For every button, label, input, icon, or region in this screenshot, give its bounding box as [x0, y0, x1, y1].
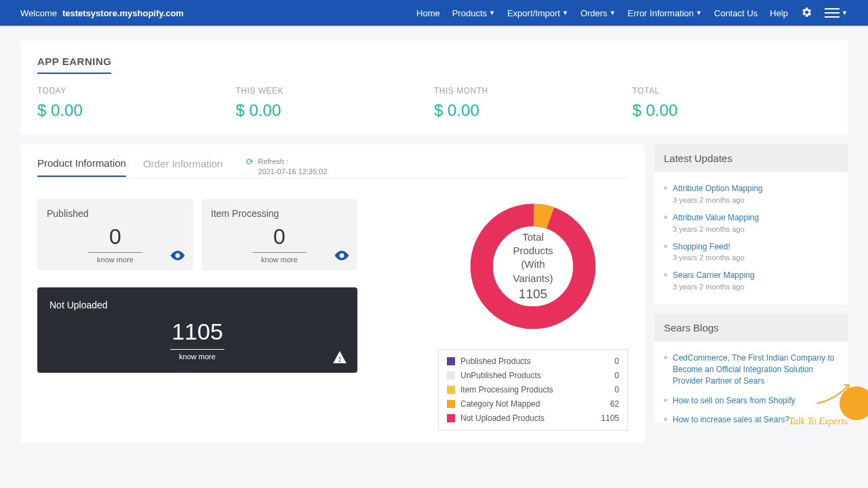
bullet-icon: [664, 216, 667, 219]
nav-orders[interactable]: Orders▼: [580, 8, 616, 18]
legend-value: 62: [610, 399, 619, 409]
bullet-icon: [664, 186, 667, 190]
bullet-icon: [664, 356, 667, 359]
list-item: Sears Carrier Mapping3 years 2 months ag…: [664, 266, 838, 295]
legend-value: 1105: [601, 413, 619, 423]
tab-product-info[interactable]: Product Information: [37, 157, 126, 177]
update-link[interactable]: Attribute Value Mapping: [673, 212, 838, 224]
arrow-icon: [814, 380, 854, 407]
panel-title: APP EARNING: [37, 56, 111, 74]
warning-icon: [333, 351, 347, 363]
legend-value: 0: [614, 371, 619, 380]
eye-icon[interactable]: [334, 249, 349, 264]
list-item: Attribute Option Mapping3 years 2 months…: [664, 179, 838, 208]
legend-label: Published Products: [460, 357, 609, 366]
nav-products[interactable]: Products▼: [452, 8, 495, 18]
chevron-down-icon: ▼: [562, 9, 568, 16]
nav-error-info[interactable]: Error Information▼: [628, 8, 702, 18]
tile-not-uploaded: Not Uploaded 1105 know more: [37, 287, 357, 373]
eye-icon[interactable]: [170, 249, 185, 264]
bullet-icon: [664, 245, 667, 248]
update-meta: 3 years 2 months ago: [673, 225, 838, 233]
legend-swatch: [447, 414, 455, 422]
chart-legend: Published Products0 UnPublished Products…: [438, 349, 628, 430]
panel-title: Sears Blogs: [654, 314, 848, 342]
nav-export-import[interactable]: Export/Import▼: [507, 8, 568, 18]
update-meta: 3 years 2 months ago: [673, 253, 838, 262]
update-link[interactable]: Shopping Feed!: [673, 241, 838, 253]
hamburger-menu-icon[interactable]: ▼: [825, 8, 848, 18]
update-meta: 3 years 2 months ago: [673, 196, 838, 204]
update-meta: 3 years 2 months ago: [673, 283, 838, 291]
legend-label: Category Not Mapped: [460, 399, 605, 409]
gear-icon[interactable]: [800, 6, 812, 20]
legend-label: Item Processing Products: [460, 385, 609, 394]
chevron-down-icon: ▼: [489, 9, 495, 16]
product-info-panel: Product Information Order Information ⟳ …: [20, 144, 645, 443]
bullet-icon: [664, 273, 667, 277]
update-link[interactable]: Attribute Option Mapping: [673, 183, 838, 195]
donut-total: 1105: [513, 285, 553, 302]
latest-updates-panel: Latest Updates Attribute Option Mapping3…: [654, 144, 848, 304]
earning-today: TODAY $ 0.00: [37, 86, 236, 120]
legend-label: UnPublished Products: [460, 371, 609, 380]
earning-total: TOTAL $ 0.00: [633, 86, 831, 120]
welcome-area: Welcome testetsystore.myshopify.com: [20, 8, 184, 18]
list-item: CedCommerce, The First Indian Company to…: [664, 348, 838, 390]
welcome-label: Welcome: [20, 8, 57, 18]
store-name: testetsystore.myshopify.com: [62, 8, 184, 18]
legend-swatch: [447, 357, 455, 365]
know-more-link[interactable]: know more: [252, 252, 307, 264]
chevron-down-icon: ▼: [696, 9, 702, 16]
legend-swatch: [447, 371, 455, 380]
earning-week: THIS WEEK $ 0.00: [236, 86, 435, 120]
know-more-link[interactable]: know more: [88, 252, 142, 264]
top-navbar: Welcome testetsystore.myshopify.com Home…: [0, 0, 868, 27]
refresh-label: Refresh :: [258, 157, 327, 167]
tile-published: Published 0 know more: [37, 199, 193, 270]
legend-value: 0: [614, 357, 619, 366]
products-donut-chart: Total Products (With Variants) 1105: [465, 199, 601, 334]
refresh-icon: ⟳: [246, 157, 254, 167]
chevron-down-icon: ▼: [842, 9, 848, 16]
sears-blogs-panel: Sears Blogs CedCommerce, The First India…: [654, 314, 848, 423]
top-nav-links: Home Products▼ Export/Import▼ Orders▼ Er…: [416, 6, 848, 20]
know-more-link[interactable]: know more: [170, 349, 224, 361]
earning-month: THIS MONTH $ 0.00: [434, 86, 633, 120]
bullet-icon: [664, 399, 667, 402]
nav-help[interactable]: Help: [770, 8, 788, 18]
donut-label: Variants): [513, 271, 553, 285]
nav-contact-us[interactable]: Contact Us: [714, 8, 757, 18]
chevron-down-icon: ▼: [610, 9, 616, 16]
bullet-icon: [664, 418, 667, 421]
tile-item-processing: Item Processing 0 know more: [201, 199, 357, 270]
talk-to-experts-label: Talk To Experts: [789, 416, 848, 427]
nav-home[interactable]: Home: [416, 8, 440, 18]
donut-label: Total: [513, 230, 553, 243]
donut-label: (With: [513, 258, 553, 271]
legend-swatch: [447, 386, 455, 394]
tab-order-info[interactable]: Order Information: [143, 158, 223, 176]
donut-label: Products: [513, 244, 553, 258]
legend-value: 0: [614, 385, 619, 394]
update-link[interactable]: Sears Carrier Mapping: [673, 270, 838, 281]
list-item: Shopping Feed!3 years 2 months ago: [664, 237, 838, 266]
refresh-area[interactable]: ⟳ Refresh : 2021-07-16 12:35:02: [246, 157, 327, 178]
legend-label: Not Uploaded Products: [460, 413, 595, 423]
refresh-timestamp: 2021-07-16 12:35:02: [258, 167, 327, 177]
list-item: How to sell on Sears from Shopify: [664, 391, 838, 411]
legend-swatch: [447, 400, 455, 408]
panel-title: Latest Updates: [654, 144, 848, 172]
list-item: Attribute Value Mapping3 years 2 months …: [664, 208, 838, 237]
app-earning-panel: APP EARNING TODAY $ 0.00 THIS WEEK $ 0.0…: [20, 41, 848, 135]
